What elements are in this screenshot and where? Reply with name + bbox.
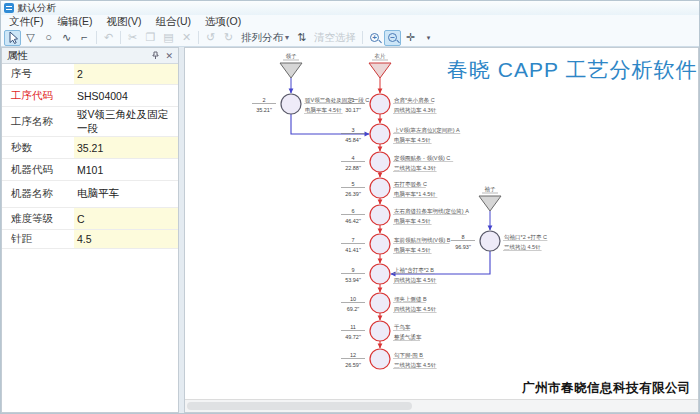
property-value[interactable]: SHS04004	[74, 85, 178, 106]
node-5-time: 26.39"	[345, 191, 361, 197]
arrange-dropdown-label: 排列分布	[241, 32, 283, 43]
node-11-time: 49.72"	[345, 334, 361, 340]
node-9-time: 53.94"	[345, 277, 361, 283]
menu-item-2[interactable]: 视图(V)	[100, 15, 149, 29]
pin-icon[interactable]	[151, 51, 160, 60]
triangle-tool[interactable]: ▽	[22, 30, 39, 46]
pan-button[interactable]: ✛	[402, 30, 419, 46]
property-value[interactable]: 2	[74, 64, 178, 84]
process-node-10[interactable]	[370, 293, 390, 313]
connector-tool[interactable]: ⌐	[76, 30, 93, 46]
horizontal-scrollbar-thumb[interactable]	[187, 402, 412, 410]
flow-arrowhead	[378, 229, 383, 234]
property-row-7: 针距4.5	[2, 230, 178, 249]
connector-tool-icon: ⌐	[81, 32, 87, 43]
paste-button-icon: ▤	[163, 32, 173, 43]
overflow-button[interactable]: ▾	[420, 30, 437, 46]
process-node-6[interactable]	[370, 205, 390, 225]
node-4-operation: 定领圈贴条 - 领(V领) C	[394, 155, 450, 162]
delete-button[interactable]: ✕	[178, 30, 195, 46]
close-panel-icon[interactable]: ✕	[165, 51, 173, 61]
properties-panel-header: 属性 ✕	[2, 48, 178, 64]
menu-item-0[interactable]: 文件(F)	[3, 15, 51, 29]
properties-panel-title: 属性	[7, 49, 28, 63]
zoom-in-button[interactable]: +	[366, 30, 383, 46]
paste-button[interactable]: ▤	[160, 30, 177, 46]
property-row-4: 机器代码M101	[2, 159, 178, 181]
node-3-operation: 上V领(靠左肩位)(定间距) A	[394, 127, 460, 134]
property-row-2: 工序名称驳V领三角处及固定一段	[2, 107, 178, 137]
process-node-11[interactable]	[370, 321, 390, 341]
node-4-time: 22.88"	[345, 165, 361, 171]
rotate-left-button[interactable]: ↺	[202, 30, 219, 46]
source-collar-triangle[interactable]	[280, 63, 302, 78]
node-4-seq: 4	[351, 155, 354, 161]
property-label: 针距	[2, 232, 74, 246]
circle-tool[interactable]: ○	[40, 30, 57, 46]
process-node-12[interactable]	[370, 349, 390, 369]
title-bar: 默认分析	[1, 1, 699, 15]
properties-rows: 序号2工序代码SHS04004工序名称驳V领三角处及固定一段秒数35.21机器代…	[2, 64, 178, 412]
property-value[interactable]: C	[74, 208, 178, 229]
rotate-right-button[interactable]: ↻	[220, 30, 237, 46]
toolbar-separator	[96, 31, 97, 44]
process-node-7[interactable]	[370, 234, 390, 254]
zoom-out-button[interactable]: −	[384, 30, 401, 46]
circle-tool-icon: ○	[45, 32, 52, 43]
clear-selection-button-label: 清空选择	[314, 32, 356, 43]
process-node-5[interactable]	[370, 178, 390, 198]
cut-button[interactable]: ✂	[124, 30, 141, 46]
copy-button-icon: ❐	[146, 32, 156, 43]
menu-item-4[interactable]: 选项(O)	[199, 15, 249, 29]
process-node-8[interactable]	[480, 231, 500, 251]
arrange-dropdown[interactable]: 排列分布▾	[238, 30, 292, 46]
menu-item-3[interactable]: 组合(U)	[149, 15, 199, 29]
flow-arrowhead	[365, 132, 370, 137]
source-body-triangle[interactable]	[369, 63, 391, 78]
process-node-4[interactable]	[370, 152, 390, 172]
process-node-9[interactable]	[370, 264, 390, 284]
properties-panel: 属性 ✕ 序号2工序代码SHS04004工序名称驳V领三角处及固定一段秒数35.…	[1, 47, 179, 413]
toolbar-separator	[198, 31, 199, 44]
copy-button[interactable]: ❐	[142, 30, 159, 46]
node-8-machine: 三线拷边 4.5针	[504, 244, 541, 251]
toolbar-separator	[362, 31, 363, 44]
property-value[interactable]: 驳V领三角处及固定一段	[74, 107, 178, 136]
clear-selection-button[interactable]: 清空选择	[311, 30, 359, 46]
renumber-button[interactable]: ⇅	[293, 30, 310, 46]
flow-branch-edge	[291, 114, 369, 134]
curve-tool[interactable]: ∿	[58, 30, 75, 46]
undo-button[interactable]: ↶	[100, 30, 117, 46]
cut-button-icon: ✂	[128, 32, 137, 43]
node-12-time: 26.59"	[345, 362, 361, 368]
node-2-time: 35.21"	[256, 107, 272, 113]
node-5-operation: 右打枣驳条 C	[394, 181, 427, 188]
process-node-1[interactable]	[370, 94, 390, 114]
node-8-operation: 勾袖口*2 +打枣 C	[504, 234, 547, 241]
property-value[interactable]: 4.5	[74, 230, 178, 248]
process-node-3[interactable]	[370, 124, 390, 144]
zoom-out-button-icon: −	[388, 33, 397, 42]
source-collar-label: 领子	[286, 53, 298, 59]
property-value[interactable]: M101	[74, 159, 178, 180]
menu-item-1[interactable]: 编辑(E)	[51, 15, 100, 29]
property-value[interactable]: 电脑平车	[74, 181, 178, 207]
node-8-seq: 8	[461, 234, 464, 240]
source-sleeve-triangle[interactable]	[479, 196, 501, 211]
property-value[interactable]: 35.21	[74, 137, 178, 158]
node-9-machine: 四线拷边车 4.5针	[394, 277, 437, 284]
flow-arrowhead	[378, 89, 383, 94]
toolbar: ▽○∿⌐↶✂❐▤✕↺↻排列分布▾⇅清空选择+−✛▾	[1, 29, 699, 47]
pan-button-icon: ✛	[406, 32, 415, 43]
horizontal-scrollbar[interactable]	[185, 399, 698, 412]
node-10-operation: 埋夹上侧缝 B	[394, 296, 427, 303]
select-tool[interactable]	[4, 30, 21, 46]
watermark-title: 春晓 CAPP 工艺分析软件	[447, 58, 697, 81]
node-1-machine: 四线拷边车 4.3针	[394, 107, 437, 114]
node-5-seq: 5	[351, 181, 354, 187]
node-12-operation: 勾下脚-围 B	[394, 352, 423, 359]
diagram-canvas[interactable]: 领子衣片袖子130.17"合肩*夹小肩条 C四线拷边车 4.3针235.21"驳…	[184, 47, 699, 413]
flow-arrowhead	[378, 316, 383, 321]
node-7-machine: 电脑平车 4.5针	[394, 246, 431, 253]
process-node-2[interactable]	[281, 94, 301, 114]
